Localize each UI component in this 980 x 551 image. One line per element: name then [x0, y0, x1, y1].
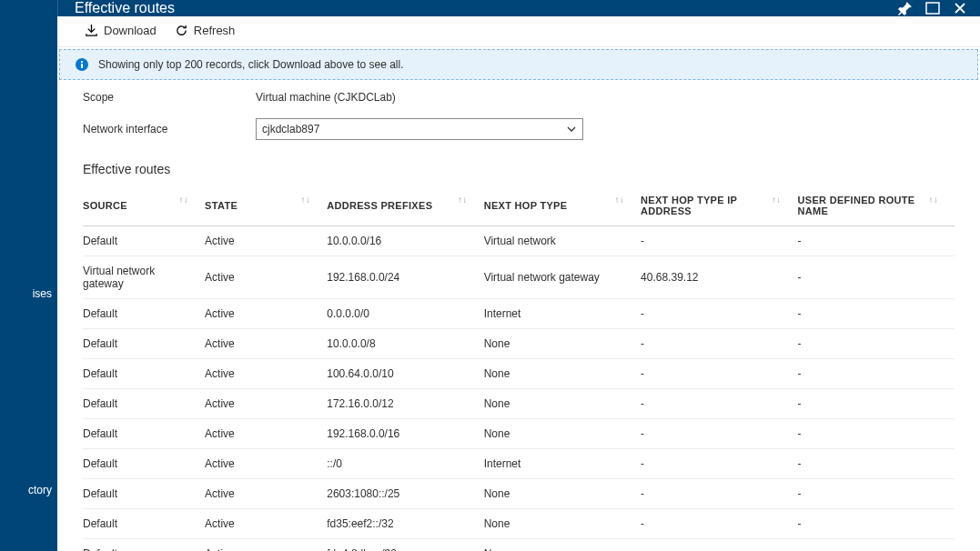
left-nav: ises ctory — [0, 0, 57, 551]
table-row[interactable]: DefaultActive::/0Internet-- — [83, 449, 955, 479]
toolbar: Download Refresh — [57, 16, 980, 47]
cell-udr_name: - — [798, 299, 955, 329]
cell-source: Default — [83, 509, 205, 539]
cell-source: Virtual network gateway — [83, 256, 205, 299]
form-area: Scope Virtual machine (CJKDCLab) Network… — [57, 80, 980, 158]
cell-nexthop_type: None — [484, 509, 641, 539]
cell-nexthop_type: None — [484, 389, 641, 419]
svg-rect-3 — [81, 61, 83, 63]
nic-dropdown-value: cjkdclab897 — [262, 123, 319, 135]
cell-prefixes: 10.0.0.0/8 — [327, 329, 483, 359]
scope-label: Scope — [83, 91, 256, 104]
info-text: Showing only top 200 records, click Down… — [98, 58, 404, 71]
cell-udr_name: - — [798, 256, 955, 299]
cell-source: Default — [83, 419, 205, 449]
table-row[interactable]: DefaultActive100.64.0.0/10None-- — [83, 359, 955, 389]
cell-nexthop_ip: - — [641, 479, 797, 509]
cell-nexthop_ip: - — [641, 389, 797, 419]
cell-state: Active — [205, 539, 327, 552]
cell-udr_name: - — [798, 509, 955, 539]
cell-state: Active — [205, 359, 327, 389]
maximize-icon[interactable] — [925, 1, 940, 15]
cell-nexthop_ip: 40.68.39.12 — [641, 256, 797, 299]
table-row[interactable]: DefaultActivefd35:eef2::/32None-- — [83, 509, 955, 539]
cell-prefixes: 2603:1080::/25 — [327, 479, 483, 509]
cell-source: Default — [83, 539, 205, 552]
cell-nexthop_ip: - — [641, 509, 797, 539]
cell-udr_name: - — [798, 539, 955, 552]
cell-prefixes: fde4:8dba::/32 — [327, 539, 483, 552]
cell-nexthop_type: Virtual network gateway — [484, 256, 641, 299]
nav-item-2[interactable]: ctory — [0, 478, 57, 502]
table-row[interactable]: DefaultActive2603:1080::/25None-- — [83, 479, 955, 509]
cell-udr_name: - — [798, 329, 955, 359]
cell-udr_name: - — [798, 419, 955, 449]
cell-state: Active — [205, 389, 327, 419]
cell-state: Active — [205, 226, 327, 256]
col-prefixes[interactable]: Address Prefixes↑↓ — [327, 185, 483, 226]
cell-nexthop_ip: - — [641, 419, 797, 449]
cell-source: Default — [83, 329, 205, 359]
cell-nexthop_ip: - — [641, 329, 797, 359]
table-row[interactable]: DefaultActive172.16.0.0/12None-- — [83, 389, 955, 419]
table-row[interactable]: Virtual network gatewayActive192.168.0.0… — [83, 256, 955, 299]
cell-prefixes: 172.16.0.0/12 — [327, 389, 483, 419]
pin-icon[interactable] — [898, 1, 913, 15]
col-udr-name[interactable]: User Defined Route Name↑↓ — [798, 185, 955, 226]
chevron-down-icon — [566, 124, 577, 135]
cell-udr_name: - — [798, 389, 955, 419]
cell-source: Default — [83, 479, 205, 509]
cell-udr_name: - — [798, 479, 955, 509]
table-row[interactable]: DefaultActive10.0.0.0/8None-- — [83, 329, 955, 359]
cell-nexthop_type: None — [484, 359, 641, 389]
table-row[interactable]: DefaultActive192.168.0.0/16None-- — [83, 419, 955, 449]
cell-state: Active — [205, 509, 327, 539]
cell-prefixes: 192.168.0.0/24 — [327, 256, 483, 299]
cell-nexthop_type: None — [484, 539, 641, 552]
cell-source: Default — [83, 389, 205, 419]
cell-state: Active — [205, 256, 327, 299]
cell-source: Default — [83, 226, 205, 256]
routes-table: Source↑↓ State↑↓ Address Prefixes↑↓ Next… — [83, 185, 955, 551]
cell-source: Default — [83, 359, 205, 389]
cell-prefixes: fd35:eef2::/32 — [327, 509, 483, 539]
cell-state: Active — [205, 479, 327, 509]
cell-nexthop_ip: - — [641, 226, 797, 256]
table-row[interactable]: DefaultActive10.0.0.0/16Virtual network-… — [83, 226, 955, 256]
table-row[interactable]: DefaultActivefde4:8dba::/32None-- — [83, 539, 955, 552]
nav-item-1[interactable]: ises — [0, 282, 57, 306]
svg-rect-0 — [926, 3, 939, 14]
section-title: Effective routes — [57, 158, 980, 185]
cell-source: Default — [83, 299, 205, 329]
col-nexthop-ip[interactable]: Next Hop Type IP Address↑↓ — [641, 185, 797, 226]
cell-nexthop_ip: - — [641, 449, 797, 479]
routes-table-wrap: Source↑↓ State↑↓ Address Prefixes↑↓ Next… — [57, 185, 980, 551]
main-panel: Effective routes Download Refresh Showin… — [57, 0, 980, 551]
download-button[interactable]: Download — [85, 24, 157, 37]
cell-prefixes: 10.0.0.0/16 — [327, 226, 483, 256]
cell-state: Active — [205, 449, 327, 479]
download-icon — [85, 24, 98, 37]
info-icon — [75, 57, 89, 72]
cell-nexthop_type: Internet — [484, 299, 641, 329]
cell-state: Active — [205, 419, 327, 449]
refresh-icon — [175, 24, 188, 37]
nic-dropdown[interactable]: cjkdclab897 — [256, 118, 583, 140]
page-title: Effective routes — [75, 0, 175, 16]
scope-value: Virtual machine (CJKDCLab) — [256, 91, 396, 104]
info-banner: Showing only top 200 records, click Down… — [59, 49, 978, 80]
refresh-button[interactable]: Refresh — [175, 24, 236, 37]
cell-udr_name: - — [798, 226, 955, 256]
cell-source: Default — [83, 449, 205, 479]
cell-prefixes: 100.64.0.0/10 — [327, 359, 483, 389]
col-state[interactable]: State↑↓ — [205, 185, 327, 226]
cell-prefixes: 192.168.0.0/16 — [327, 419, 483, 449]
cell-nexthop_ip: - — [641, 299, 797, 329]
blade-header: Effective routes — [57, 0, 980, 16]
refresh-label: Refresh — [194, 24, 236, 37]
table-row[interactable]: DefaultActive0.0.0.0/0Internet-- — [83, 299, 955, 329]
close-icon[interactable] — [953, 1, 967, 15]
col-nexthop-type[interactable]: Next Hop Type↑↓ — [484, 185, 641, 226]
col-source[interactable]: Source↑↓ — [83, 185, 205, 226]
cell-nexthop_ip: - — [641, 359, 797, 389]
